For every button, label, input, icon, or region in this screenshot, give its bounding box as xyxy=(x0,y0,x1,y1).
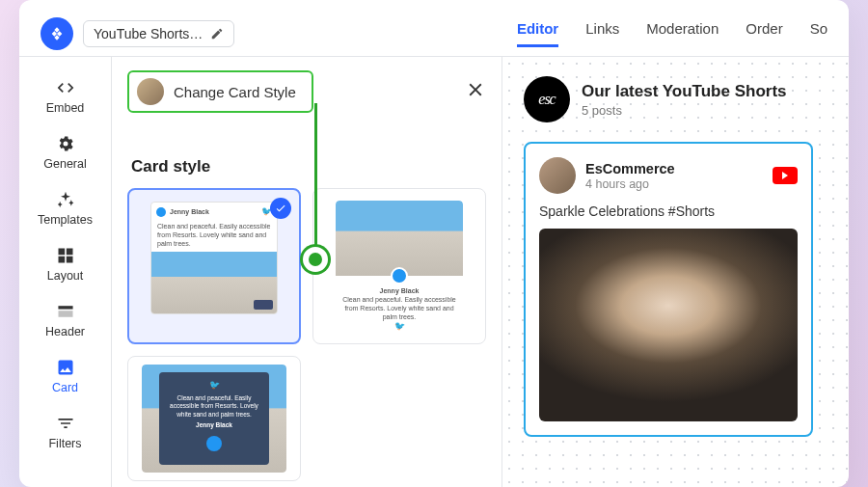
sparkles-icon xyxy=(56,190,75,209)
widget-title-edit[interactable]: YouTube Shorts… xyxy=(83,20,234,47)
card-style-option-1[interactable]: Jenny Black🐦 Clean and peaceful. Easily … xyxy=(127,188,301,344)
close-icon xyxy=(465,79,486,100)
preview-header: esc Our latest YouTube Shorts 5 posts xyxy=(524,76,849,122)
left-sidebar: Embed General Templates Layout Header Ca… xyxy=(19,57,112,487)
sidebar-item-layout[interactable]: Layout xyxy=(19,236,111,292)
brand-icon xyxy=(49,26,65,41)
style-thumbnail: 🐦 Clean and peaceful. Easily accessible … xyxy=(142,365,286,473)
sidebar-item-filters[interactable]: Filters xyxy=(19,404,111,460)
settings-panel: Change Card Style Card style Jenny Black… xyxy=(112,57,502,487)
avatar-icon xyxy=(137,78,164,105)
card-style-option-2[interactable]: Jenny BlackClean and peaceful. Easily ac… xyxy=(312,188,486,344)
sidebar-item-label: Layout xyxy=(47,269,84,283)
sidebar-item-label: Header xyxy=(45,325,85,338)
change-chip-label: Change Card Style xyxy=(174,84,296,100)
sidebar-item-header[interactable]: Header xyxy=(19,292,111,348)
close-button[interactable] xyxy=(465,76,486,107)
image-icon xyxy=(56,358,75,377)
sidebar-item-label: Filters xyxy=(48,437,81,450)
style-thumbnail: Jenny Black🐦 Clean and peaceful. Easily … xyxy=(150,202,278,314)
top-bar: YouTube Shorts… Editor Links Moderation … xyxy=(19,0,849,56)
preview-subtitle: 5 posts xyxy=(582,103,787,118)
post-image xyxy=(539,229,798,421)
header-icon xyxy=(56,302,75,321)
body: Embed General Templates Layout Header Ca… xyxy=(19,57,849,487)
sidebar-item-templates[interactable]: Templates xyxy=(19,180,111,236)
widget-title-text: YouTube Shorts… xyxy=(94,26,203,41)
tab-more[interactable]: So xyxy=(810,20,827,47)
tab-order[interactable]: Order xyxy=(746,20,782,47)
check-icon xyxy=(275,203,286,214)
style-thumbnail: Jenny BlackClean and peaceful. Easily ac… xyxy=(336,201,463,337)
primary-tabs: Editor Links Moderation Order So xyxy=(517,20,827,47)
sidebar-item-embed[interactable]: Embed xyxy=(19,68,111,124)
card-style-option-3[interactable]: 🐦 Clean and peaceful. Easily accessible … xyxy=(127,356,301,481)
selected-badge xyxy=(270,198,291,219)
post-time: 4 hours ago xyxy=(585,177,675,191)
channel-logo: esc xyxy=(524,76,570,122)
code-icon xyxy=(56,78,75,97)
sidebar-item-label: Templates xyxy=(38,213,93,227)
post-caption: Sparkle Celebrations #Shorts xyxy=(539,203,798,219)
tab-moderation[interactable]: Moderation xyxy=(646,20,719,47)
gear-icon xyxy=(56,134,75,153)
app-window: YouTube Shorts… Editor Links Moderation … xyxy=(19,0,849,487)
preview-title: Our latest YouTube Shorts xyxy=(582,82,787,101)
funnel-icon xyxy=(56,414,75,433)
sidebar-item-general[interactable]: General xyxy=(19,124,111,180)
sidebar-item-label: Card xyxy=(52,381,78,394)
tab-links[interactable]: Links xyxy=(585,20,619,47)
preview-pane: esc Our latest YouTube Shorts 5 posts Es… xyxy=(502,57,849,487)
brand-logo[interactable] xyxy=(41,17,73,50)
layout-icon xyxy=(56,246,75,265)
tab-editor[interactable]: Editor xyxy=(517,20,558,47)
preview-card[interactable]: EsCommerce 4 hours ago Sparkle Celebrati… xyxy=(524,142,813,437)
change-card-style-chip[interactable]: Change Card Style xyxy=(127,70,313,113)
author-name: EsCommerce xyxy=(585,161,675,176)
sidebar-item-label: Embed xyxy=(46,101,85,115)
youtube-icon xyxy=(773,167,798,184)
sidebar-item-card[interactable]: Card xyxy=(19,348,111,404)
pencil-icon xyxy=(210,27,224,41)
sidebar-item-label: General xyxy=(43,157,86,171)
author-avatar xyxy=(539,157,576,194)
callout-pointer xyxy=(303,103,328,272)
